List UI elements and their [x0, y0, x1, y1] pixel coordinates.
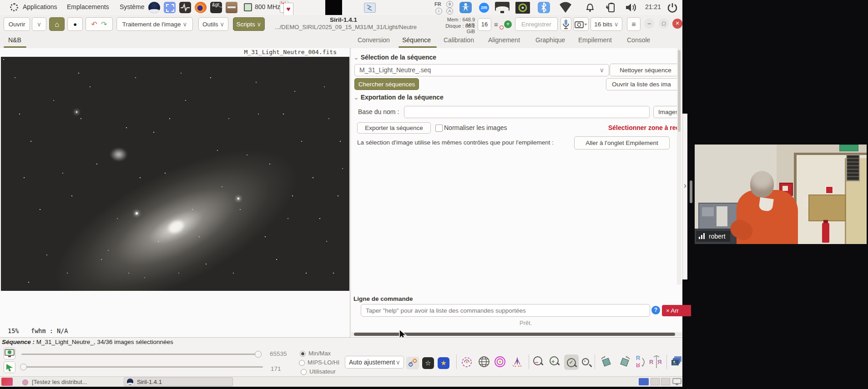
bluetooth-icon[interactable]	[538, 2, 550, 13]
notification-bell-icon[interactable]	[585, 2, 595, 13]
accessibility-icon[interactable]	[459, 2, 472, 13]
workspace-switcher[interactable]	[1, 378, 13, 386]
tab-console[interactable]: Console	[627, 36, 650, 44]
taskbar-task-2-active[interactable]: Siril-1.4.1	[124, 377, 233, 386]
normalize-label[interactable]: Normaliser les images	[444, 124, 507, 131]
power-icon[interactable]	[667, 2, 678, 13]
pointer-tool-button[interactable]	[4, 361, 15, 373]
save-button[interactable]: Enregistrer	[515, 17, 558, 31]
flip-vertical-button[interactable]: R R	[635, 354, 648, 370]
firefox-icon[interactable]	[195, 2, 207, 13]
screenshot-select-icon[interactable]	[164, 2, 176, 13]
high-slider-handle[interactable]	[255, 351, 262, 358]
wifi-icon[interactable]	[559, 2, 572, 13]
minimize-button[interactable]: –	[644, 19, 654, 29]
file-manager-icon[interactable]	[226, 2, 237, 13]
clean-sequence-button[interactable]: Nettoyer séquence	[610, 64, 681, 76]
star-blue-button[interactable]: ★	[438, 357, 449, 369]
nvidia-settings-icon[interactable]	[515, 2, 530, 14]
export-header[interactable]: ⌄ Exportation de la séquence	[353, 94, 444, 101]
tab-alignement[interactable]: Alignement	[488, 36, 520, 44]
command-input[interactable]	[361, 304, 650, 317]
open-button[interactable]: Ouvrir	[4, 17, 30, 31]
globe-astrometry-button[interactable]	[478, 355, 490, 369]
search-sequences-button[interactable]: Chercher séquences	[354, 78, 419, 90]
tray-display-icon[interactable]	[672, 378, 681, 385]
keyboard-indicator[interactable]: FR 9 ↕ A	[434, 1, 457, 15]
normalize-checkbox[interactable]	[435, 125, 443, 132]
panel-vscrollbar[interactable]	[677, 48, 681, 284]
workspace-window-icon[interactable]	[364, 3, 376, 13]
frame-spinner[interactable]: 16	[478, 18, 491, 31]
add-frame-icon[interactable]: +	[504, 20, 512, 28]
webcam-column-scrollbar[interactable]	[690, 180, 692, 203]
tab-sequence[interactable]: Séquence	[402, 36, 431, 44]
tab-nb[interactable]: N&B	[8, 36, 21, 44]
taskbar-task-1[interactable]: [Testez les distribut...	[32, 379, 87, 385]
star-analysis-button[interactable]	[511, 355, 524, 369]
zoom-in-button[interactable]: +	[550, 356, 563, 369]
image-processing-menu[interactable]: Traitement de l'image ∨	[116, 17, 193, 31]
tray-app-blue[interactable]	[639, 378, 649, 385]
tab-graphique[interactable]: Graphique	[535, 36, 565, 44]
open-image-list-button[interactable]: Ouvrir la liste des ima	[606, 78, 681, 90]
preview-monitor-button[interactable]	[4, 348, 15, 359]
image-view[interactable]	[1, 57, 349, 291]
dynamic-psf-button[interactable]	[460, 355, 473, 369]
image-list-button[interactable]	[671, 355, 682, 369]
menu-applications[interactable]: Applications	[23, 3, 57, 10]
bit-depth-selector[interactable]: 16 bits ∨	[590, 17, 622, 31]
volume-icon[interactable]	[625, 2, 637, 13]
undo-icon[interactable]: ↶	[91, 20, 97, 28]
distro-logo-icon[interactable]	[10, 3, 18, 11]
link-channels-button[interactable]	[406, 357, 419, 369]
hamburger-menu-button[interactable]: ≡	[627, 17, 641, 31]
goto-stacking-button[interactable]: Aller à l'onglet Empilement	[574, 136, 670, 150]
photometry-rings-button[interactable]	[494, 355, 506, 369]
sequence-combo[interactable]: M_31_Light_Neutre_.seq ∨	[354, 64, 609, 76]
export-sequence-button[interactable]: Exporter la séquence	[357, 122, 431, 134]
tab-calibration[interactable]: Calibration	[444, 36, 474, 44]
menu-emplacements[interactable]: Emplacements	[67, 3, 109, 10]
redo-icon[interactable]: ↷	[101, 20, 107, 28]
command-help-icon[interactable]: ?	[651, 306, 660, 314]
radio-mips[interactable]	[299, 360, 305, 366]
low-slider[interactable]	[21, 366, 263, 368]
siril-titlebar[interactable]: Ouvrir ∨ ⌂ ● ↶↷ Traitement de l'image ∨ …	[0, 15, 682, 34]
flip-horizontal-button[interactable]: R R	[649, 354, 664, 370]
terminal-icon[interactable]: &gt;_	[210, 2, 222, 13]
basename-input[interactable]	[404, 106, 650, 118]
tray-app-gray-1[interactable]	[651, 378, 660, 385]
close-button[interactable]: ✕	[672, 19, 682, 29]
radio-mips-label[interactable]: MIPS-LO/HI	[308, 359, 339, 366]
zoom-one-button[interactable]: •	[582, 358, 591, 367]
high-slider[interactable]	[21, 354, 259, 355]
cpu-frequency[interactable]: 800 MHz	[255, 3, 280, 10]
open-dropdown-button[interactable]: ∨	[32, 17, 46, 31]
tray-app-gray-2[interactable]	[661, 378, 670, 385]
low-slider-handle[interactable]	[20, 364, 27, 370]
vscrollbar-thumb[interactable]	[678, 50, 681, 132]
sidebar-expand-chevron[interactable]: ›	[682, 180, 688, 192]
system-monitor-icon[interactable]	[179, 2, 191, 13]
tools-menu[interactable]: Outils ∨	[198, 17, 228, 31]
rotate-left-button[interactable]	[600, 355, 613, 369]
star-detection-button[interactable]: ☆	[422, 357, 434, 369]
radio-user[interactable]	[301, 369, 307, 375]
maximize-button[interactable]: ▢	[659, 19, 669, 29]
radio-user-label[interactable]: Utilisateur	[309, 368, 336, 375]
snapshot-dropdown-button[interactable]	[573, 17, 589, 31]
record-dot-button[interactable]: ●	[67, 17, 83, 31]
adjust-mode-dropdown[interactable]: Auto ajustement ∨	[345, 356, 404, 369]
tab-empilement[interactable]: Empilement	[578, 36, 612, 44]
clock[interactable]: 21:21	[645, 3, 661, 10]
stop-command-button[interactable]: × Arr	[662, 305, 691, 316]
card-game-icon[interactable]: 5♦A ♥	[280, 1, 293, 16]
exclude-frame-icon[interactable]: ≡	[494, 20, 502, 29]
stellarium-icon[interactable]	[148, 2, 160, 13]
rotate-right-button[interactable]	[618, 355, 631, 369]
mic-button[interactable]	[560, 17, 571, 31]
radio-minmax-label[interactable]: Min/Max	[308, 350, 331, 357]
zoom-app-icon[interactable]: zm	[479, 3, 489, 13]
radio-minmax[interactable]	[300, 351, 306, 357]
